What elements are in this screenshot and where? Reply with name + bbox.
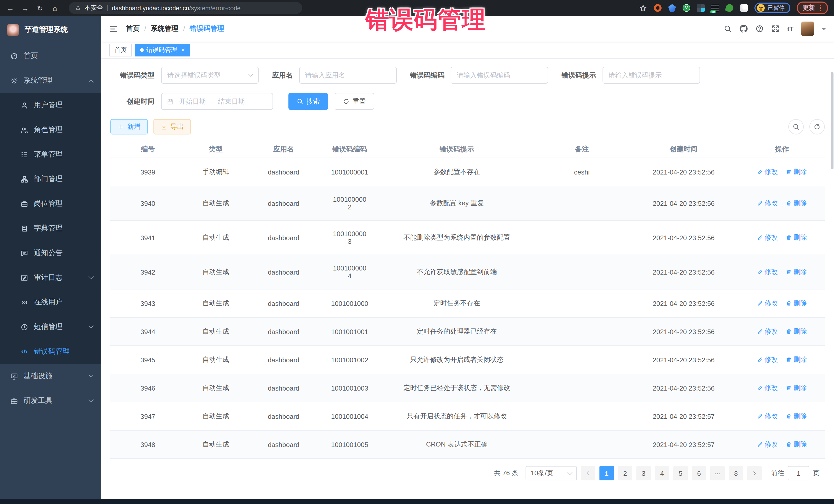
table-row[interactable]: 3941 自动生成 dashboard 100100000 3 不能删除类型为系… — [110, 220, 825, 255]
edit-link[interactable]: 修改 — [757, 299, 778, 308]
edit-link[interactable]: 修改 — [757, 384, 778, 393]
extension-icon-green-v[interactable] — [683, 4, 690, 12]
page-number-button[interactable]: 2 — [618, 466, 632, 480]
table-row[interactable]: 3939 手动编辑 dashboard 1001000001 参数配置不存在 c… — [110, 158, 825, 186]
sidebar-item[interactable]: 研发工具 — [0, 389, 101, 413]
sidebar-item[interactable]: 岗位管理 — [0, 192, 101, 216]
sidebar-item[interactable]: 用户管理 — [0, 93, 101, 117]
page-number-button[interactable]: 3 — [636, 466, 651, 480]
sidebar-item[interactable]: 在线用户 — [0, 290, 101, 314]
error-type-select[interactable]: 请选择错误码类型 — [161, 67, 259, 84]
table-row[interactable]: 3948 自动生成 dashboard 1001001005 CRON 表达式不… — [110, 430, 825, 459]
delete-link[interactable]: 删除 — [786, 412, 807, 421]
table-row[interactable]: 3940 自动生成 dashboard 100100000 2 参数配置 key… — [110, 186, 825, 220]
sidebar-item[interactable]: 短信管理 — [0, 314, 101, 339]
date-range-input[interactable]: 开始日期 - 结束日期 — [161, 93, 273, 110]
sidebar-item[interactable]: 系统管理 — [0, 68, 101, 93]
edit-link[interactable]: 修改 — [757, 233, 778, 242]
page-size-select[interactable]: 10条/页 — [526, 466, 577, 480]
table-row[interactable]: 3942 自动生成 dashboard 100100000 4 不允许获取敏感配… — [110, 255, 825, 289]
github-icon[interactable] — [739, 25, 748, 33]
sidebar-item[interactable]: 菜单管理 — [0, 142, 101, 167]
browser-menu-icon[interactable] — [820, 7, 821, 9]
extension-icon-orange[interactable] — [654, 4, 662, 12]
extension-icon-green-key[interactable] — [725, 3, 734, 13]
delete-link[interactable]: 删除 — [786, 167, 807, 177]
browser-address-bar[interactable]: ⚠ 不安全 dashboard.yudao.iocoder.cn/system/… — [69, 2, 302, 14]
page-number-button[interactable]: 8 — [729, 466, 743, 480]
sidebar-item[interactable]: 错误码管理 — [0, 339, 101, 364]
toggle-search-button[interactable] — [788, 119, 804, 134]
edit-link[interactable]: 修改 — [757, 412, 778, 421]
extension-icon-puzzle[interactable] — [740, 4, 748, 12]
add-button[interactable]: 新增 — [110, 119, 148, 134]
extension-icon-gem[interactable] — [668, 4, 676, 12]
delete-link[interactable]: 删除 — [786, 355, 807, 365]
profile-paused-badge[interactable]: 已暂停 — [754, 3, 790, 13]
reset-button[interactable]: 重置 — [335, 93, 374, 110]
edit-link[interactable]: 修改 — [757, 440, 778, 449]
delete-link[interactable]: 删除 — [786, 327, 807, 336]
delete-link[interactable]: 删除 — [786, 199, 807, 208]
scrollbar-thumb[interactable] — [831, 72, 833, 169]
user-avatar[interactable] — [801, 22, 814, 36]
breadcrumb-system[interactable]: 系统管理 — [151, 24, 179, 34]
avatar-caret-down-icon[interactable] — [822, 28, 826, 32]
sidebar-item[interactable]: 审计日志 — [0, 265, 101, 290]
app-logo-row[interactable]: 芋道管理系统 — [0, 16, 101, 44]
page-number-button[interactable]: ··· — [710, 466, 725, 480]
app-name-input[interactable] — [299, 67, 396, 84]
bookmark-star-icon[interactable] — [639, 4, 647, 12]
prev-page-button[interactable] — [581, 466, 595, 480]
extension-icon-tiles[interactable] — [697, 4, 705, 12]
help-icon[interactable] — [755, 25, 764, 33]
edit-link[interactable]: 修改 — [757, 267, 778, 277]
sidebar-item[interactable]: 通知公告 — [0, 241, 101, 265]
extension-icon-on-badge[interactable] — [711, 4, 719, 12]
delete-link[interactable]: 删除 — [786, 267, 807, 277]
goto-page-input[interactable] — [788, 466, 809, 480]
error-hint-input[interactable] — [602, 67, 700, 84]
table-row[interactable]: 3943 自动生成 dashboard 1001001000 定时任务不存在 2… — [110, 289, 825, 317]
sidebar-item[interactable]: 角色管理 — [0, 117, 101, 142]
search-button[interactable]: 搜索 — [288, 93, 328, 110]
breadcrumb-current[interactable]: 错误码管理 — [190, 24, 224, 34]
edit-link[interactable]: 修改 — [757, 355, 778, 365]
export-button[interactable]: 导出 — [153, 119, 191, 134]
search-icon[interactable] — [723, 25, 731, 33]
delete-link[interactable]: 删除 — [786, 233, 807, 242]
edit-link[interactable]: 修改 — [757, 199, 778, 208]
edit-link[interactable]: 修改 — [757, 167, 778, 177]
browser-back-icon[interactable]: ← — [6, 4, 14, 12]
table-row[interactable]: 3945 自动生成 dashboard 1001001002 只允许修改为开启或… — [110, 346, 825, 374]
tab[interactable]: 首页 × — [109, 43, 132, 56]
page-number-button[interactable]: 4 — [655, 466, 669, 480]
browser-forward-icon[interactable]: → — [21, 4, 29, 12]
sidebar-item[interactable]: 字典管理 — [0, 216, 101, 241]
next-page-button[interactable] — [747, 466, 762, 480]
sidebar-item[interactable]: 首页 — [0, 44, 101, 68]
page-number-button[interactable]: 6 — [692, 466, 706, 480]
browser-home-icon[interactable]: ⌂ — [51, 4, 59, 12]
sidebar-item[interactable]: 基础设施 — [0, 364, 101, 389]
error-code-input[interactable] — [451, 67, 548, 84]
page-number-button[interactable]: 1 — [599, 466, 614, 480]
refresh-table-button[interactable] — [809, 119, 825, 134]
font-size-icon[interactable] — [787, 25, 793, 32]
delete-link[interactable]: 删除 — [786, 384, 807, 393]
browser-update-button[interactable]: 更新 — [797, 2, 828, 14]
sidebar-item[interactable]: 部门管理 — [0, 167, 101, 192]
delete-link[interactable]: 删除 — [786, 440, 807, 449]
edit-link[interactable]: 修改 — [757, 327, 778, 336]
table-row[interactable]: 3947 自动生成 dashboard 1001001004 只有开启状态的任务… — [110, 402, 825, 430]
url-text[interactable]: dashboard.yudao.iocoder.cn/system/error-… — [112, 4, 241, 12]
table-row[interactable]: 3946 自动生成 dashboard 1001001003 定时任务已经处于该… — [110, 374, 825, 402]
security-label[interactable]: 不安全 — [85, 4, 103, 12]
table-row[interactable]: 3944 自动生成 dashboard 1001001001 定时任务的处理器已… — [110, 317, 825, 346]
browser-reload-icon[interactable]: ↻ — [36, 4, 44, 12]
tab[interactable]: 错误码管理 × — [135, 43, 190, 56]
page-number-button[interactable]: 5 — [673, 466, 688, 480]
delete-link[interactable]: 删除 — [786, 299, 807, 308]
hamburger-icon[interactable] — [109, 24, 118, 33]
tab-close-icon[interactable]: × — [181, 46, 185, 53]
